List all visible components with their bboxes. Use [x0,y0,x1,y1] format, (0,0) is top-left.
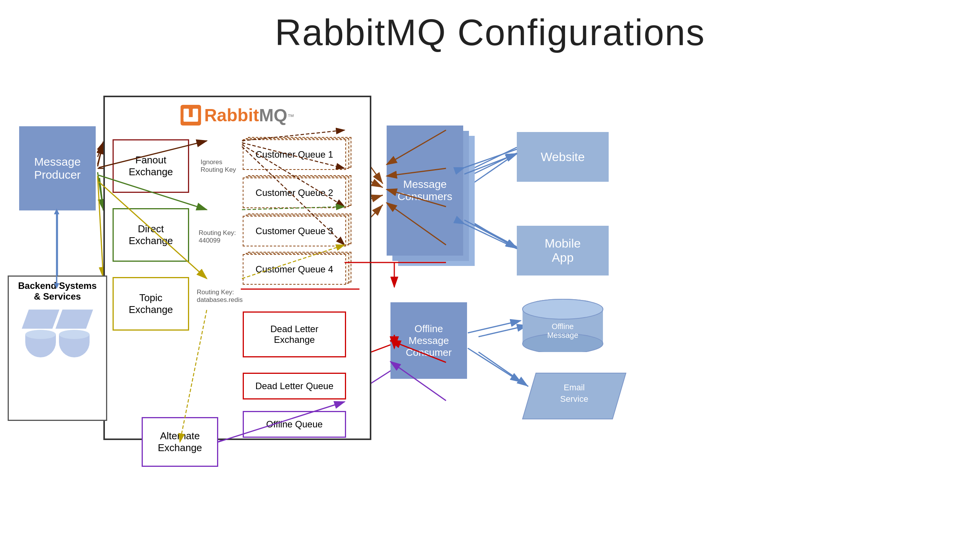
svg-text:Message: Message [547,331,578,339]
customer-queue-3-box: Customer Queue 3 [243,216,346,246]
offline-queue-box: Offline Queue [243,411,346,438]
topic-exchange-box: Topic Exchange [113,277,189,331]
logo-tm: ™ [287,113,294,121]
message-producer-box: Message Producer [19,126,96,210]
svg-point-48 [523,299,603,319]
email-service-box: Email Service [521,371,612,417]
svg-text:Offline: Offline [552,322,573,331]
svg-text:Email: Email [564,383,585,392]
message-consumers-box: Message Consumers [387,126,463,256]
offline-message-consumer-box: Offline Message Consumer [390,302,467,379]
svg-line-15 [98,142,103,157]
customer-queue-2-box: Customer Queue 2 [243,178,346,208]
svg-line-9 [98,142,103,166]
rabbitmq-logo-icon [180,105,201,126]
rabbitmq-logo-text: RabbitMQ™ [204,105,294,126]
svg-line-90 [468,321,521,333]
cylinder-1 [25,334,56,357]
svg-line-91 [468,348,521,382]
cylinder-2 [59,334,90,357]
website-box: Website [517,132,609,182]
parallelogram-1 [22,310,59,329]
rabbitmq-border-box: RabbitMQ™ Fanout Exchange Direct Exchang… [103,96,371,440]
ignores-routing-key-label: IgnoresRouting Key [201,158,236,174]
page-title: RabbitMQ Configurations [0,0,980,54]
fanout-exchange-box: Fanout Exchange [113,139,189,193]
svg-rect-43 [183,117,198,122]
dead-letter-exchange-box: Dead Letter Exchange [243,311,346,357]
svg-line-10 [100,178,103,210]
parallelogram-2 [56,310,93,329]
red-separator [241,289,359,290]
customer-queue-4-box: Customer Queue 4 [243,254,346,285]
rabbitmq-logo: RabbitMQ™ [180,105,294,126]
svg-text:Service: Service [560,394,588,404]
customer-queue-1-box: Customer Queue 1 [243,139,346,170]
direct-exchange-box: Direct Exchange [113,208,189,262]
mobile-app-box: Mobile App [517,226,609,276]
alternate-exchange-box: Alternate Exchange [142,417,218,467]
logo-rabbit: Rabbit [204,105,259,125]
backend-systems-label: Backend Systems & Services [18,280,96,302]
logo-mq: MQ [259,105,287,125]
backend-systems-box: Backend Systems & Services [8,276,107,421]
offline-message-storage-box: Offline Message [521,298,605,352]
routing-key-440099-label: Routing Key:440099 [199,229,236,245]
svg-point-44 [194,110,198,114]
dead-letter-queue-box: Dead Letter Queue [243,373,346,399]
routing-key-databases-label: Routing Key:databases.redis [197,289,243,304]
